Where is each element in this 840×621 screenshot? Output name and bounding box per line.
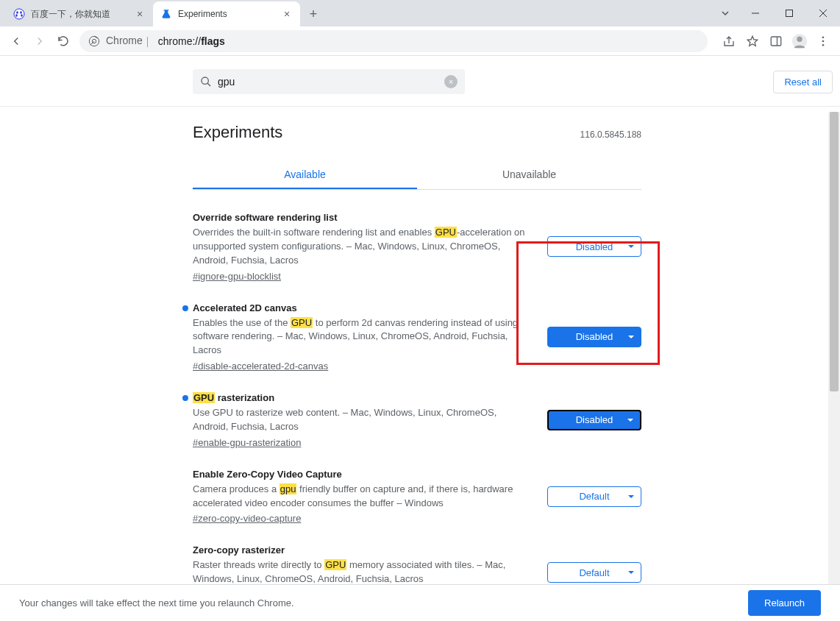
share-icon[interactable] bbox=[718, 30, 740, 52]
tab-title: 百度一下，你就知道 bbox=[31, 8, 128, 21]
flag-select[interactable]: Default bbox=[547, 562, 641, 583]
reload-button[interactable] bbox=[53, 31, 74, 52]
svg-rect-6 bbox=[786, 10, 793, 17]
svg-point-16 bbox=[797, 36, 802, 41]
browser-tabs: 百度一下，你就知道 × Experiments × + bbox=[6, 0, 324, 26]
flag-title: Enable Zero-Copy Video Capture bbox=[193, 469, 533, 480]
flag-link[interactable]: #disable-accelerated-2d-canvas bbox=[193, 361, 328, 372]
flags-list: Override software rendering list Overrid… bbox=[193, 202, 641, 621]
clear-search-icon[interactable]: × bbox=[444, 75, 458, 88]
page-viewport: × Reset all Experiments 116.0.5845.188 A… bbox=[0, 56, 840, 621]
url-text: chrome://flags bbox=[158, 35, 225, 47]
chrome-site-icon bbox=[88, 35, 100, 47]
flag-desc: Use GPU to rasterize web content. – Mac,… bbox=[193, 406, 533, 434]
svg-point-0 bbox=[14, 9, 24, 19]
window-close-button[interactable] bbox=[806, 2, 840, 24]
menu-dots-icon[interactable] bbox=[812, 30, 834, 52]
page-title: Experiments bbox=[193, 123, 282, 142]
svg-point-18 bbox=[822, 40, 825, 42]
window-controls bbox=[712, 0, 840, 26]
svg-point-17 bbox=[822, 36, 825, 38]
chrome-version: 116.0.5845.188 bbox=[580, 129, 641, 140]
flag-select[interactable]: Default bbox=[547, 486, 641, 507]
scrollbar-thumb[interactable] bbox=[830, 112, 839, 391]
flags-search-box[interactable]: × bbox=[193, 69, 465, 94]
chevron-down-icon bbox=[627, 569, 635, 576]
bookmark-star-icon[interactable] bbox=[741, 30, 764, 52]
flag-title: GPU rasterization bbox=[193, 392, 533, 403]
browser-tab-baidu[interactable]: 百度一下，你就知道 × bbox=[6, 1, 153, 26]
svg-line-21 bbox=[207, 83, 210, 86]
svg-point-1 bbox=[16, 11, 18, 14]
svg-point-3 bbox=[15, 14, 18, 17]
side-panel-icon[interactable] bbox=[765, 30, 787, 52]
svg-point-2 bbox=[20, 11, 22, 14]
flag-row: Accelerated 2D canvas Enables the use of… bbox=[193, 292, 641, 383]
chevron-down-icon bbox=[627, 333, 635, 341]
back-button[interactable] bbox=[6, 31, 26, 52]
search-icon bbox=[200, 76, 212, 88]
chevron-down-icon bbox=[627, 493, 635, 500]
new-tab-button[interactable]: + bbox=[303, 4, 324, 24]
relaunch-message: Your changes will take effect the next t… bbox=[19, 597, 294, 608]
modified-bullet-icon bbox=[182, 305, 188, 311]
flag-tabs: Available Unavailable bbox=[193, 161, 641, 190]
flag-row: Override software rendering list Overrid… bbox=[193, 202, 641, 292]
tab-unavailable[interactable]: Unavailable bbox=[417, 161, 641, 189]
forward-button[interactable] bbox=[29, 31, 50, 52]
page-header: Experiments 116.0.5845.188 bbox=[193, 123, 641, 142]
flag-select[interactable]: Disabled bbox=[547, 327, 641, 347]
search-row: × Reset all bbox=[0, 56, 840, 107]
flag-title: Accelerated 2D canvas bbox=[193, 302, 533, 313]
svg-rect-13 bbox=[771, 37, 781, 46]
chevron-down-icon bbox=[627, 416, 634, 424]
scrollbar[interactable] bbox=[828, 112, 840, 621]
flag-title: Zero-copy rasterizer bbox=[193, 544, 533, 556]
flag-desc: Raster threads write directly to GPU mem… bbox=[193, 558, 533, 586]
flag-link[interactable]: #enable-gpu-rasterization bbox=[193, 437, 301, 448]
flag-link[interactable]: #zero-copy-video-capture bbox=[193, 513, 301, 524]
flag-row: Enable Zero-Copy Video Capture Camera pr… bbox=[193, 458, 641, 535]
close-icon[interactable]: × bbox=[281, 8, 293, 20]
window-titlebar: 百度一下，你就知道 × Experiments × + bbox=[0, 0, 840, 26]
chevron-down-icon bbox=[627, 243, 635, 250]
window-maximize-button[interactable] bbox=[772, 2, 806, 24]
flag-desc: Enables the use of the GPU to perform 2d… bbox=[193, 316, 533, 358]
flag-link[interactable]: #ignore-gpu-blocklist bbox=[193, 271, 281, 282]
address-bar[interactable]: Chrome chrome://flags bbox=[79, 30, 708, 52]
reset-all-button[interactable]: Reset all bbox=[773, 71, 833, 93]
profile-avatar-icon[interactable] bbox=[789, 30, 811, 52]
svg-point-4 bbox=[21, 14, 23, 17]
flag-row: GPU rasterization Use GPU to rasterize w… bbox=[193, 382, 641, 458]
tab-title: Experiments bbox=[178, 9, 275, 19]
relaunch-bar: Your changes will take effect the next t… bbox=[0, 584, 840, 621]
flag-desc: Overrides the built-in software renderin… bbox=[193, 226, 533, 268]
search-input[interactable] bbox=[218, 76, 438, 88]
tab-available[interactable]: Available bbox=[193, 161, 417, 189]
flask-favicon-icon bbox=[160, 8, 172, 20]
close-icon[interactable]: × bbox=[134, 8, 146, 20]
url-chip: Chrome bbox=[106, 35, 152, 46]
window-minimize-button[interactable] bbox=[738, 2, 772, 24]
chevron-down-icon[interactable] bbox=[712, 2, 738, 24]
flag-title: Override software rendering list bbox=[193, 212, 533, 223]
flag-desc: Camera produces a gpu friendly buffer on… bbox=[193, 483, 533, 511]
relaunch-button[interactable]: Relaunch bbox=[748, 590, 821, 616]
modified-bullet-icon bbox=[182, 395, 188, 401]
browser-tab-experiments[interactable]: Experiments × bbox=[153, 1, 300, 26]
browser-toolbar: Chrome chrome://flags bbox=[0, 26, 840, 56]
baidu-favicon-icon bbox=[13, 8, 25, 20]
flag-select[interactable]: Disabled bbox=[547, 236, 641, 257]
svg-point-20 bbox=[202, 77, 208, 84]
flag-select[interactable]: Disabled bbox=[547, 410, 641, 430]
svg-point-19 bbox=[822, 43, 825, 46]
